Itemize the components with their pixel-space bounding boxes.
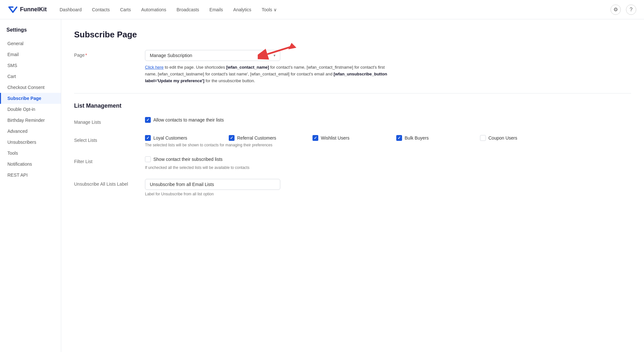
main-layout: Settings General Email SMS Cart Checkout… xyxy=(0,19,644,352)
unsubscribe-all-label: Unsubscribe All Lists Label xyxy=(74,179,145,187)
list-management-title: List Management xyxy=(74,103,631,109)
coupon-users-checkbox[interactable] xyxy=(480,135,486,141)
main-content: Subscribe Page Page* Manage Subscription… xyxy=(61,19,644,352)
list-item-referral-customers: Referral Customers xyxy=(229,135,312,141)
select-lists-content: Loyal Customers Referral Customers Wishl… xyxy=(145,135,631,147)
svg-marker-1 xyxy=(288,43,296,49)
wishlist-users-checkbox[interactable] xyxy=(312,135,318,141)
logo-text: FunnelKit xyxy=(20,6,47,13)
chevron-down-icon: ▾ xyxy=(274,53,275,58)
required-marker: * xyxy=(85,53,87,58)
manage-lists-row: Manage Lists Allow contacts to manage th… xyxy=(74,117,631,126)
sidebar-item-tools[interactable]: Tools xyxy=(0,148,61,159)
top-navigation: FunnelKit Dashboard Contacts Carts Autom… xyxy=(0,0,644,19)
sidebar-item-double-opt-in[interactable]: Double Opt-in xyxy=(0,104,61,115)
page-field-label: Page* xyxy=(74,50,145,58)
manage-lists-content: Allow contacts to manage their lists xyxy=(145,117,631,126)
page-info-text: Click here to edit the page. Use shortco… xyxy=(145,64,390,84)
list-item-bulk-buyers: Bulk Buyers xyxy=(396,135,480,141)
list-item-wishlist-users: Wishlist Users xyxy=(312,135,396,141)
wishlist-users-label[interactable]: Wishlist Users xyxy=(321,135,350,141)
nav-links: Dashboard Contacts Carts Automations Bro… xyxy=(60,7,610,12)
filter-list-content: Show contact their subscribed lists If u… xyxy=(145,156,631,170)
manage-lists-checkbox-row: Allow contacts to manage their lists xyxy=(145,117,631,123)
nav-broadcasts[interactable]: Broadcasts xyxy=(177,7,199,12)
sidebar-item-email[interactable]: Email xyxy=(0,49,61,60)
shortcode-contact-name: [wfan_contact_name] xyxy=(226,65,269,70)
sidebar-item-notifications[interactable]: Notifications xyxy=(0,159,61,170)
select-lists-label: Select Lists xyxy=(74,135,145,143)
nav-contacts[interactable]: Contacts xyxy=(92,7,110,12)
nav-analytics[interactable]: Analytics xyxy=(233,7,251,12)
red-arrow-2 xyxy=(641,131,644,157)
page-field-content: Manage Subscription ▾ xyxy=(145,50,631,84)
filter-list-checkbox-label[interactable]: Show contact their subscribed lists xyxy=(153,157,223,162)
nav-dashboard[interactable]: Dashboard xyxy=(60,7,82,12)
referral-customers-checkbox[interactable] xyxy=(229,135,235,141)
section-divider xyxy=(74,93,631,93)
nav-emails[interactable]: Emails xyxy=(209,7,223,12)
bulk-buyers-checkbox[interactable] xyxy=(396,135,402,141)
sidebar-item-cart[interactable]: Cart xyxy=(0,71,61,82)
nav-carts[interactable]: Carts xyxy=(120,7,131,12)
sidebar-item-birthday-reminder[interactable]: Birthday Reminder xyxy=(0,115,61,126)
list-item-coupon-users: Coupon Users xyxy=(480,135,564,141)
loyal-customers-label[interactable]: Loyal Customers xyxy=(153,135,187,141)
sidebar-item-checkout-consent[interactable]: Checkout Consent xyxy=(0,82,61,93)
unsubscribe-label-input[interactable] xyxy=(145,179,280,190)
referral-customers-label[interactable]: Referral Customers xyxy=(237,135,276,141)
manage-lists-label: Manage Lists xyxy=(74,117,145,125)
filter-list-checkbox-row: Show contact their subscribed lists xyxy=(145,156,631,162)
loyal-customers-checkbox[interactable] xyxy=(145,135,151,141)
sidebar-item-advanced[interactable]: Advanced xyxy=(0,126,61,137)
nav-automations[interactable]: Automations xyxy=(141,7,166,12)
manage-lists-checkbox[interactable] xyxy=(145,117,151,123)
manage-lists-checkbox-label[interactable]: Allow contacts to manage their lists xyxy=(153,117,224,122)
filter-list-row: Filter List Show contact their subscribe… xyxy=(74,156,631,170)
unsubscribe-label-content: Label for Unsubscribe from all list opti… xyxy=(145,179,631,196)
filter-list-checkbox[interactable] xyxy=(145,156,151,162)
sidebar: Settings General Email SMS Cart Checkout… xyxy=(0,19,61,352)
bulk-buyers-label[interactable]: Bulk Buyers xyxy=(405,135,429,141)
sidebar-item-sms[interactable]: SMS xyxy=(0,60,61,71)
page-title: Subscribe Page xyxy=(74,30,631,40)
filter-list-label: Filter List xyxy=(74,156,145,164)
help-icon-button[interactable]: ? xyxy=(626,5,636,15)
filter-list-helper: If unchecked all the selected lists will… xyxy=(145,165,631,170)
select-lists-helper: The selected lists will be shown to cont… xyxy=(145,143,631,147)
page-dropdown[interactable]: Manage Subscription ▾ xyxy=(145,50,280,61)
coupon-users-label[interactable]: Coupon Users xyxy=(488,135,517,141)
nav-tools[interactable]: Tools ∨ xyxy=(262,7,277,12)
settings-icon-button[interactable]: ⚙ xyxy=(610,5,621,15)
click-here-link[interactable]: Click here xyxy=(145,65,164,70)
sidebar-item-subscribe-page[interactable]: Subscribe Page xyxy=(0,93,61,104)
sidebar-title: Settings xyxy=(0,27,61,38)
unsubscribe-label-row: Unsubscribe All Lists Label Label for Un… xyxy=(74,179,631,196)
list-item-loyal-customers: Loyal Customers xyxy=(145,135,229,141)
nav-right-icons: ⚙ ? xyxy=(610,5,636,15)
sidebar-item-rest-api[interactable]: REST API xyxy=(0,170,61,181)
select-lists-grid: Loyal Customers Referral Customers Wishl… xyxy=(145,135,631,141)
unsubscribe-label-helper: Label for Unsubscribe from all list opti… xyxy=(145,192,631,196)
dropdown-value: Manage Subscription xyxy=(150,53,192,58)
logo[interactable]: FunnelKit xyxy=(8,5,47,15)
select-lists-row: Select Lists Loyal Customers Referral Cu… xyxy=(74,135,631,147)
sidebar-item-general[interactable]: General xyxy=(0,38,61,49)
sidebar-item-unsubscribers[interactable]: Unsubscribers xyxy=(0,137,61,148)
page-field-row: Page* Manage Subscription ▾ xyxy=(74,50,631,84)
